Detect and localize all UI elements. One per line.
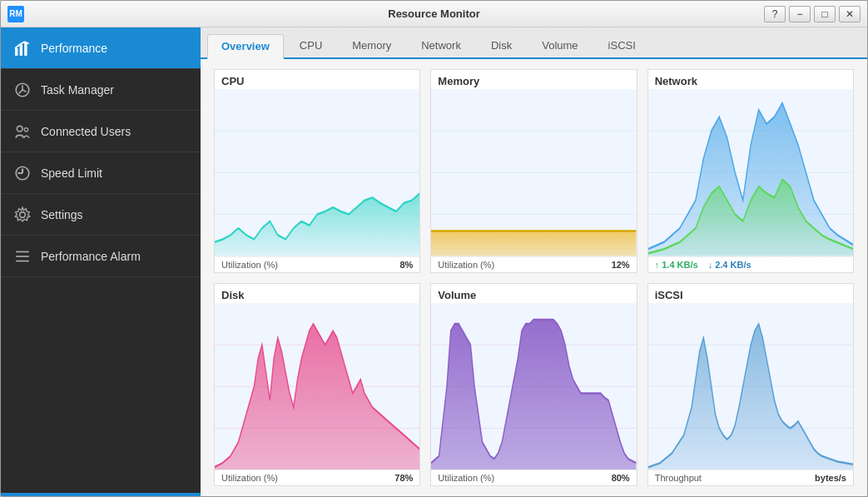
iscsi-footer-label: Throughput xyxy=(655,473,702,483)
tab-volume[interactable]: Volume xyxy=(528,32,592,57)
sidebar-item-speed-limit[interactable]: Speed Limit xyxy=(1,152,201,194)
network-chart-card: Network xyxy=(647,69,854,273)
volume-chart-title: Volume xyxy=(431,284,636,303)
disk-chart-card: Disk xyxy=(214,283,420,487)
performance-alarm-icon xyxy=(14,248,31,265)
network-chart-title: Network xyxy=(648,70,853,89)
iscsi-chart-footer: Throughput bytes/s xyxy=(648,470,853,485)
tab-network[interactable]: Network xyxy=(407,32,475,57)
sidebar-item-settings[interactable]: Settings xyxy=(1,194,201,236)
performance-icon xyxy=(14,40,31,57)
svg-rect-1 xyxy=(20,44,22,55)
iscsi-chart-body xyxy=(648,303,853,470)
svg-point-8 xyxy=(24,127,27,131)
cpu-footer-label: Utilization (%) xyxy=(221,260,278,270)
volume-chart-body xyxy=(431,303,636,470)
tab-disk[interactable]: Disk xyxy=(477,32,526,57)
resource-monitor-window: RM Resource Monitor ? − □ ✕ Perfo xyxy=(0,0,868,497)
charts-area: CPU xyxy=(201,59,867,496)
sidebar-item-performance-alarm[interactable]: Performance Alarm xyxy=(1,236,201,277)
network-down-value: ↓ 2.4 KB/s xyxy=(708,260,751,270)
window-body: Performance Task Manager xyxy=(1,27,867,496)
task-manager-icon xyxy=(14,82,31,98)
memory-chart-body xyxy=(431,89,636,256)
cpu-chart-footer: Utilization (%) 8% xyxy=(215,256,419,272)
disk-footer-value: 78% xyxy=(394,473,413,483)
volume-chart-card: Volume xyxy=(430,283,637,487)
volume-chart-footer: Utilization (%) 80% xyxy=(431,470,636,485)
cpu-chart-title: CPU xyxy=(215,70,419,89)
memory-footer-value: 12% xyxy=(612,260,630,270)
window-controls: ? − □ ✕ xyxy=(764,6,861,22)
sidebar: Performance Task Manager xyxy=(1,27,201,496)
network-chart-footer: ↑ 1.4 KB/s ↓ 2.4 KB/s xyxy=(648,256,853,272)
iscsi-chart-title: iSCSI xyxy=(648,284,853,303)
sidebar-bottom-accent xyxy=(1,493,201,496)
titlebar: RM Resource Monitor ? − □ ✕ xyxy=(1,1,867,27)
svg-line-6 xyxy=(19,90,22,93)
memory-chart-footer: Utilization (%) 12% xyxy=(431,256,636,272)
sidebar-label-speed-limit: Speed Limit xyxy=(41,166,102,180)
memory-chart-title: Memory xyxy=(431,70,636,89)
sidebar-item-connected-users[interactable]: Connected Users xyxy=(1,111,201,152)
help-button[interactable]: ? xyxy=(764,6,786,22)
tabs-bar: Overview CPU Memory Network Disk Volume … xyxy=(201,27,867,59)
network-chart-body xyxy=(648,89,853,256)
sidebar-label-performance: Performance xyxy=(41,42,107,55)
sidebar-label-connected-users: Connected Users xyxy=(41,125,131,138)
volume-footer-value: 80% xyxy=(612,473,630,483)
network-up-value: ↑ 1.4 KB/s xyxy=(655,260,698,270)
sidebar-label-task-manager: Task Manager xyxy=(41,83,114,97)
connected-users-icon xyxy=(14,123,31,140)
maximize-button[interactable]: □ xyxy=(814,6,836,22)
speed-limit-icon xyxy=(14,165,31,181)
disk-footer-label: Utilization (%) xyxy=(221,473,278,483)
memory-chart-card: Memory xyxy=(430,69,637,273)
tab-memory[interactable]: Memory xyxy=(338,32,405,57)
iscsi-footer-value: bytes/s xyxy=(815,473,846,483)
memory-footer-label: Utilization (%) xyxy=(438,260,494,270)
close-button[interactable]: ✕ xyxy=(839,6,861,22)
sidebar-item-performance[interactable]: Performance xyxy=(1,27,201,69)
svg-rect-22 xyxy=(431,231,636,256)
disk-chart-title: Disk xyxy=(215,284,419,303)
svg-point-12 xyxy=(20,211,26,217)
tab-iscsi[interactable]: iSCSI xyxy=(594,32,650,57)
disk-chart-footer: Utilization (%) 78% xyxy=(215,470,419,485)
tab-cpu[interactable]: CPU xyxy=(285,32,336,57)
settings-icon xyxy=(14,206,31,223)
iscsi-chart-card: iSCSI xyxy=(647,283,854,487)
tab-overview[interactable]: Overview xyxy=(207,34,284,59)
svg-rect-0 xyxy=(15,48,17,56)
minimize-button[interactable]: − xyxy=(789,6,811,22)
cpu-chart-card: CPU xyxy=(214,69,420,273)
window-title: Resource Monitor xyxy=(388,7,480,20)
sidebar-label-performance-alarm: Performance Alarm xyxy=(41,250,141,263)
svg-point-7 xyxy=(17,126,22,132)
cpu-chart-body xyxy=(215,89,419,256)
volume-footer-label: Utilization (%) xyxy=(438,473,494,483)
disk-chart-body xyxy=(215,303,419,470)
svg-line-5 xyxy=(22,90,26,92)
app-icon: RM xyxy=(7,6,24,22)
main-content: Overview CPU Memory Network Disk Volume … xyxy=(201,27,867,496)
cpu-footer-value: 8% xyxy=(399,260,413,270)
svg-rect-2 xyxy=(24,42,27,56)
sidebar-label-settings: Settings xyxy=(41,208,83,221)
sidebar-item-task-manager[interactable]: Task Manager xyxy=(1,69,201,111)
